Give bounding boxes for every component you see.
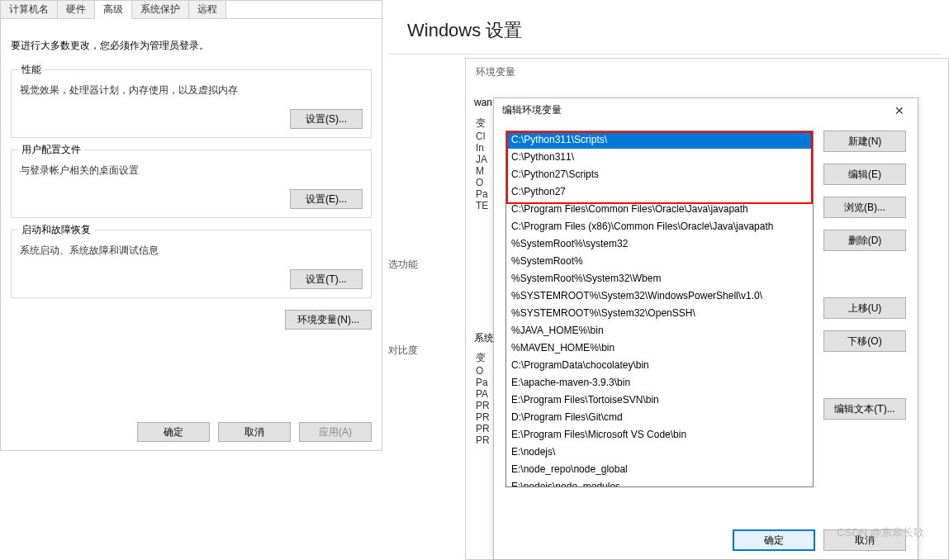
behind-label-2: 对比度 <box>388 344 418 358</box>
path-item[interactable]: C:\Program Files (x86)\Common Files\Orac… <box>506 218 813 235</box>
edit-button[interactable]: 编辑(E) <box>823 164 906 185</box>
path-item[interactable]: E:\apache-maven-3.9.3\bin <box>506 374 813 392</box>
behind-label-1: 选功能 <box>388 258 418 272</box>
performance-settings-button[interactable]: 设置(S)... <box>290 109 363 129</box>
edit-env-ok-button[interactable]: 确定 <box>733 529 815 551</box>
env-vars-title: 环境变量 <box>466 59 948 87</box>
path-listbox[interactable]: C:\Python311\Scripts\C:\Python311\C:\Pyt… <box>505 131 814 487</box>
sysprops-tabs: 计算机名 硬件 高级 系统保护 远程 <box>1 1 382 19</box>
edit-env-title: 编辑环境变量 <box>502 103 562 117</box>
path-item[interactable]: E:\Program Files\Microsoft VS Code\bin <box>506 426 813 444</box>
path-item[interactable]: C:\Program Files\Common Files\Oracle\Jav… <box>506 201 813 218</box>
tab-remote[interactable]: 远程 <box>189 1 226 18</box>
admin-note: 要进行大多数更改，您必须作为管理员登录。 <box>11 39 372 53</box>
path-item[interactable]: C:\Python311\Scripts\ <box>506 131 813 149</box>
user-profile-desc: 与登录帐户相关的桌面设置 <box>20 164 363 178</box>
edit-text-button[interactable]: 编辑文本(T)... <box>823 398 906 420</box>
edit-env-var-window: 编辑环境变量 ✕ C:\Python311\Scripts\C:\Python3… <box>493 97 918 560</box>
system-properties-window: 计算机名 硬件 高级 系统保护 远程 要进行大多数更改，您必须作为管理员登录。 … <box>0 0 382 451</box>
path-item[interactable]: %SystemRoot% <box>506 253 813 270</box>
apply-button[interactable]: 应用(A) <box>299 422 372 442</box>
env-vars-button[interactable]: 环境变量(N)... <box>285 310 372 330</box>
move-down-button[interactable]: 下移(O) <box>823 330 906 352</box>
path-item[interactable]: C:\Python27 <box>506 183 813 201</box>
path-item[interactable]: D:\Program Files\Git\cmd <box>506 409 813 426</box>
windows-settings-title: Windows 设置 <box>382 0 949 58</box>
ok-button[interactable]: 确定 <box>137 422 210 442</box>
delete-button[interactable]: 删除(D) <box>823 230 906 251</box>
user-profile-title: 用户配置文件 <box>18 143 84 157</box>
new-button[interactable]: 新建(N) <box>823 131 906 152</box>
path-item[interactable]: C:\Python311\ <box>506 149 813 166</box>
performance-group: 性能 视觉效果，处理器计划，内存使用，以及虚拟内存 设置(S)... <box>11 69 372 138</box>
close-icon[interactable]: ✕ <box>890 104 909 117</box>
path-item[interactable]: %SYSTEMROOT%\System32\OpenSSH\ <box>506 305 813 322</box>
path-item[interactable]: E:\nodejs\ <box>506 444 813 461</box>
user-profile-settings-button[interactable]: 设置(E)... <box>290 189 363 209</box>
user-vars-label: wan <box>474 97 492 108</box>
tab-hardware[interactable]: 硬件 <box>58 1 95 18</box>
startup-recovery-title: 启动和故障恢复 <box>18 223 94 237</box>
cancel-button[interactable]: 取消 <box>218 422 291 442</box>
path-item[interactable]: %MAVEN_HOME%\bin <box>506 339 813 357</box>
performance-title: 性能 <box>18 63 45 77</box>
performance-desc: 视觉效果，处理器计划，内存使用，以及虚拟内存 <box>20 83 363 97</box>
tab-computer-name[interactable]: 计算机名 <box>1 1 58 18</box>
path-item[interactable]: %JAVA_HOME%\bin <box>506 322 813 339</box>
edit-env-cancel-button[interactable]: 取消 <box>823 529 906 551</box>
move-up-button[interactable]: 上移(U) <box>823 297 906 319</box>
path-item[interactable]: E:\node_repo\node_global <box>506 461 813 478</box>
divider <box>388 54 942 55</box>
tab-advanced[interactable]: 高级 <box>95 1 132 19</box>
browse-button[interactable]: 浏览(B)... <box>823 197 906 218</box>
tab-system-protection[interactable]: 系统保护 <box>132 1 189 18</box>
startup-recovery-group: 启动和故障恢复 系统启动、系统故障和调试信息 设置(T)... <box>11 230 372 298</box>
path-item[interactable]: E:\Program Files\TortoiseSVN\bin <box>506 392 813 409</box>
startup-recovery-desc: 系统启动、系统故障和调试信息 <box>20 244 363 258</box>
sys-vars-label: 系统 <box>474 331 494 345</box>
path-item[interactable]: %SYSTEMROOT%\System32\WindowsPowerShell\… <box>506 287 813 305</box>
startup-recovery-settings-button[interactable]: 设置(T)... <box>290 269 363 289</box>
user-profile-group: 用户配置文件 与登录帐户相关的桌面设置 设置(E)... <box>11 149 372 218</box>
path-item[interactable]: %SystemRoot%\System32\Wbem <box>506 270 813 287</box>
path-item[interactable]: C:\Python27\Scripts <box>506 166 813 183</box>
path-item[interactable]: %SystemRoot%\system32 <box>506 235 813 253</box>
path-item[interactable]: E:\nodejs\node_modules <box>506 478 813 487</box>
path-item[interactable]: C:\ProgramData\chocolatey\bin <box>506 357 813 374</box>
